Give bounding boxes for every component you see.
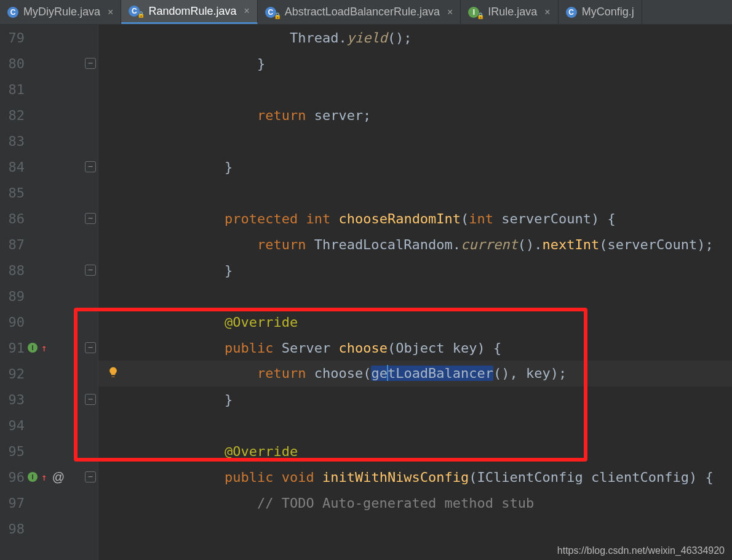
code-line[interactable]: } — [98, 50, 732, 76]
code-line[interactable] — [98, 516, 732, 542]
fold-toggle[interactable]: − — [85, 342, 96, 353]
line-number: 91 — [0, 340, 25, 356]
editor-tabs: CMyDiyRule.java×C🔒RandomRule.java×C🔒Abst… — [0, 0, 732, 25]
lock-icon: 🔒 — [274, 12, 280, 18]
gutter-row: 97 — [0, 490, 98, 516]
code-line[interactable] — [98, 283, 732, 309]
code-area[interactable]: Thread.yield(); } return server; } prote… — [98, 25, 732, 560]
gutter-row: 79 — [0, 25, 98, 50]
line-number: 84 — [0, 159, 25, 175]
code-line[interactable]: return ThreadLocalRandom.current().nextI… — [98, 231, 732, 257]
line-number: 90 — [0, 314, 25, 330]
lock-icon: 🔒 — [137, 11, 143, 17]
fold-toggle[interactable]: − — [85, 58, 96, 69]
tab-irule-java[interactable]: I🔒IRule.java× — [461, 0, 558, 24]
tab-randomrule-java[interactable]: C🔒RandomRule.java× — [121, 0, 257, 24]
close-icon[interactable]: × — [447, 7, 453, 18]
gutter-row: 87 — [0, 231, 98, 257]
tab-label: AbstractLoadBalancerRule.java — [285, 6, 440, 18]
code-line[interactable] — [98, 180, 732, 206]
override-arrow-icon[interactable]: ↑ — [41, 471, 47, 483]
gutter-row: 85 — [0, 180, 98, 206]
line-number: 79 — [0, 30, 25, 46]
code-line[interactable]: // TODO Auto-generated method stub — [98, 490, 732, 516]
line-number: 94 — [0, 418, 25, 433]
code-text: return server; — [98, 108, 371, 123]
line-number: 92 — [0, 366, 25, 382]
line-number: 93 — [0, 392, 25, 407]
close-icon[interactable]: × — [108, 7, 113, 18]
override-arrow-icon[interactable]: ↑ — [41, 342, 47, 354]
tab-abstractloadbalancerrule-java[interactable]: C🔒AbstractLoadBalancerRule.java× — [258, 0, 461, 24]
gutter-row: 82 — [0, 102, 98, 128]
line-number: 86 — [0, 211, 25, 226]
line-number: 83 — [0, 134, 25, 149]
code-line[interactable]: } — [98, 154, 732, 180]
code-line[interactable] — [98, 128, 732, 154]
line-number: 97 — [0, 495, 25, 511]
line-number: 89 — [0, 289, 25, 304]
close-icon[interactable]: × — [544, 7, 550, 18]
code-text: Thread.yield(); — [98, 30, 412, 46]
line-number: 88 — [0, 263, 25, 278]
code-text: @Override — [98, 314, 298, 330]
code-line[interactable]: public Server choose(Object key) { — [98, 335, 732, 361]
code-line[interactable]: } — [98, 257, 732, 283]
code-text: public Server choose(Object key) { — [98, 340, 501, 356]
code-line[interactable]: return server; — [98, 102, 732, 128]
gutter-row: 98 — [0, 516, 98, 542]
code-text: public void initWithNiwsConfig(IClientCo… — [98, 470, 714, 485]
tab-label: RandomRule.java — [148, 5, 236, 18]
gutter: 7980−81828384−8586−8788−899091I↑−9293−94… — [0, 25, 98, 560]
code-line[interactable]: } — [98, 386, 732, 412]
fold-toggle[interactable]: − — [85, 394, 96, 405]
implements-icon[interactable]: I — [28, 343, 38, 353]
code-text: // TODO Auto-generated method stub — [98, 495, 534, 511]
intention-bulb-icon[interactable] — [107, 366, 119, 382]
gutter-row: 89 — [0, 283, 98, 309]
lock-icon: 🔒 — [477, 12, 483, 18]
gutter-row: 91I↑− — [0, 335, 98, 361]
gutter-row: 95 — [0, 438, 98, 464]
code-line[interactable]: public void initWithNiwsConfig(IClientCo… — [98, 464, 732, 490]
code-text: } — [98, 392, 233, 407]
code-text: protected int chooseRandomInt(int server… — [98, 211, 616, 226]
gutter-row: 88− — [0, 257, 98, 283]
gutter-row: 96I↑@− — [0, 464, 98, 490]
code-line[interactable]: @Override — [98, 438, 732, 464]
gutter-row: 90 — [0, 309, 98, 335]
code-text: return ThreadLocalRandom.current().nextI… — [98, 237, 714, 252]
fold-toggle[interactable]: − — [85, 213, 96, 224]
annotation-icon: @ — [52, 470, 65, 484]
fold-toggle[interactable]: − — [85, 265, 96, 276]
code-line[interactable]: protected int chooseRandomInt(int server… — [98, 206, 732, 231]
class-icon: C — [7, 7, 18, 18]
code-line[interactable] — [98, 412, 732, 438]
gutter-row: 92 — [0, 361, 98, 386]
code-line[interactable]: @Override — [98, 309, 732, 335]
line-number: 95 — [0, 444, 25, 459]
tab-myconfig-j[interactable]: CMyConfig.j — [559, 0, 642, 24]
text-cursor — [387, 365, 388, 381]
tab-mydiyrule-java[interactable]: CMyDiyRule.java× — [0, 0, 121, 24]
code-line[interactable] — [98, 76, 732, 102]
code-line[interactable]: Thread.yield(); — [98, 25, 732, 50]
tab-label: MyDiyRule.java — [23, 6, 100, 18]
gutter-row: 84− — [0, 154, 98, 180]
gutter-row: 94 — [0, 412, 98, 438]
fold-toggle[interactable]: − — [85, 471, 96, 482]
gutter-row: 93− — [0, 386, 98, 412]
tab-label: MyConfig.j — [582, 6, 634, 18]
line-number: 87 — [0, 237, 25, 252]
close-icon[interactable]: × — [244, 6, 249, 17]
code-text: } — [98, 159, 233, 175]
line-number: 82 — [0, 108, 25, 123]
gutter-row: 83 — [0, 128, 98, 154]
watermark: https://blog.csdn.net/weixin_46334920 — [557, 545, 725, 556]
implements-icon[interactable]: I — [28, 472, 38, 482]
fold-toggle[interactable]: − — [85, 161, 96, 172]
code-line[interactable]: return choose(getLoadBalancer(), key); — [98, 361, 732, 386]
code-text: return choose(getLoadBalancer(), key); — [98, 366, 567, 382]
class-icon: C — [566, 7, 577, 18]
gutter-row: 81 — [0, 76, 98, 102]
